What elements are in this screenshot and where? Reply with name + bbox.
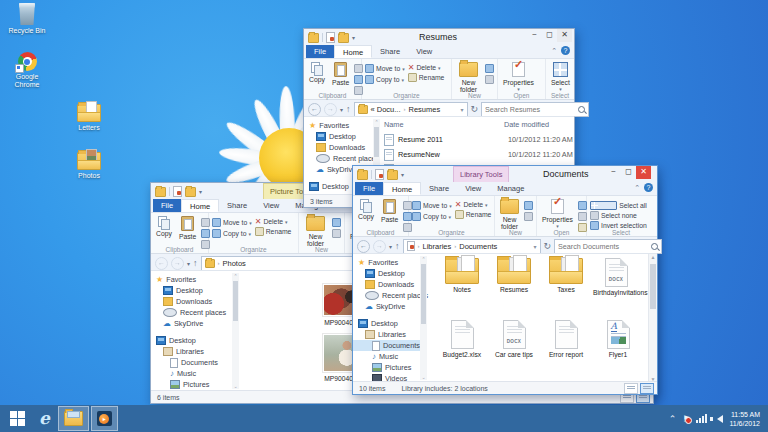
- qat-newfolder-icon[interactable]: [387, 170, 398, 180]
- delete-button[interactable]: ✕Delete▾: [455, 201, 492, 208]
- sidebar-item-desktop2[interactable]: Desktop: [151, 335, 239, 346]
- content-scrollbar[interactable]: ▲▼: [648, 254, 657, 382]
- sidebar-item-recent-places[interactable]: Recent places: [353, 290, 427, 301]
- copy-to-button[interactable]: Copy to▾: [365, 75, 405, 84]
- qat-newfolder-icon[interactable]: [338, 33, 349, 43]
- ribbon-collapse-icon[interactable]: ⌃: [551, 47, 557, 55]
- rename-button[interactable]: Rename: [455, 210, 492, 219]
- search-input[interactable]: [558, 242, 651, 251]
- breadcrumb-current[interactable]: Resumes: [409, 105, 441, 114]
- minimize-button[interactable]: −: [527, 29, 542, 42]
- breadcrumb[interactable]: « Docu... › Resumes ▾: [354, 102, 468, 117]
- qat-customize-icon[interactable]: ▾: [401, 171, 404, 178]
- easy-access-icon[interactable]: [524, 212, 533, 221]
- forward-button[interactable]: →: [373, 240, 386, 253]
- qat-properties-icon[interactable]: [375, 169, 384, 180]
- breadcrumb[interactable]: › Libraries › Documents ▾: [403, 239, 541, 254]
- open-icon[interactable]: [578, 201, 587, 210]
- breadcrumb-current[interactable]: Photos: [223, 259, 246, 268]
- sidebar-item-favorites[interactable]: ★Favorites: [151, 274, 239, 285]
- new-item-icon[interactable]: [332, 218, 341, 227]
- taskbar-internet-explorer[interactable]: e: [33, 407, 56, 430]
- tab-view[interactable]: View: [408, 45, 440, 58]
- quick-access-toolbar[interactable]: ▾: [308, 32, 355, 43]
- back-button[interactable]: ←: [357, 240, 370, 253]
- sidebar-item-downloads[interactable]: Downloads: [151, 296, 239, 307]
- qat-customize-icon[interactable]: ▾: [352, 34, 355, 41]
- recent-locations-icon[interactable]: ▾: [340, 106, 343, 113]
- tab-share[interactable]: Share: [219, 199, 255, 212]
- sidebar-item-downloads[interactable]: Downloads: [353, 279, 427, 290]
- sidebar-item-libraries[interactable]: Libraries: [353, 329, 427, 340]
- sidebar-item-pictures[interactable]: Pictures: [353, 362, 427, 373]
- sidebar-item-skydrive[interactable]: ☁SkyDrive: [353, 301, 427, 312]
- file-row[interactable]: Resume 2011 10/1/2012 11:20 AM: [384, 132, 574, 147]
- qat-properties-icon[interactable]: [326, 32, 335, 43]
- desktop-icon-google-chrome[interactable]: Google Chrome: [0, 52, 54, 89]
- easy-access-icon[interactable]: [485, 75, 494, 84]
- desktop-icon-photos[interactable]: Photos: [62, 152, 116, 180]
- sidebar-scrollbar[interactable]: ⌃⌄: [232, 273, 239, 389]
- tab-view[interactable]: View: [457, 182, 489, 195]
- thumbnail-view-button[interactable]: [640, 383, 654, 394]
- folder-item[interactable]: Resumes: [489, 258, 539, 293]
- breadcrumb-parent[interactable]: Libraries: [423, 242, 452, 251]
- sidebar-item-music[interactable]: ♪Music: [151, 368, 239, 379]
- sidebar-item-recent-places[interactable]: Recent places: [304, 153, 380, 164]
- move-to-button[interactable]: Move to▾: [365, 64, 405, 73]
- file-item[interactable]: DOCX BirthdayInvitations: [593, 258, 639, 296]
- tab-file[interactable]: File: [306, 45, 334, 58]
- breadcrumb-current[interactable]: Documents: [459, 242, 497, 251]
- sidebar-item-favorites[interactable]: ★Favorites: [353, 257, 427, 268]
- qat-properties-icon[interactable]: [173, 186, 182, 197]
- back-button[interactable]: ←: [308, 103, 321, 116]
- sidebar-item-desktop2[interactable]: Desktop: [353, 318, 427, 329]
- move-to-button[interactable]: Move to▾: [412, 201, 452, 210]
- details-view-button[interactable]: [624, 383, 638, 394]
- sidebar-item-desktop[interactable]: Desktop: [304, 131, 380, 142]
- tab-home[interactable]: Home: [334, 45, 372, 58]
- sidebar-item-favorites[interactable]: ★Favorites: [304, 120, 380, 131]
- qat-customize-icon[interactable]: ▾: [199, 188, 202, 195]
- action-center-flag-icon[interactable]: ⚑: [682, 414, 690, 424]
- search-box[interactable]: [554, 239, 662, 254]
- folder-item[interactable]: Notes: [437, 258, 487, 293]
- recent-locations-icon[interactable]: ▾: [187, 260, 190, 267]
- forward-button[interactable]: →: [324, 103, 337, 116]
- file-item[interactable]: DOCX Car care tips: [489, 320, 539, 358]
- breadcrumb-dropdown-icon[interactable]: ▾: [461, 106, 464, 113]
- resumes-titlebar[interactable]: ▾ Resumes − ◻ ✕: [304, 29, 574, 45]
- tab-file[interactable]: File: [355, 182, 383, 195]
- taskbar-clock[interactable]: 11:55 AM 11/6/2012: [729, 410, 764, 428]
- sidebar-item-music[interactable]: ♪Music: [353, 351, 427, 362]
- up-button[interactable]: ↑: [395, 241, 400, 251]
- move-to-button[interactable]: Move to▾: [212, 218, 252, 227]
- copy-to-button[interactable]: Copy to▾: [212, 229, 252, 238]
- tab-share[interactable]: Share: [372, 45, 408, 58]
- back-button[interactable]: ←: [155, 257, 168, 270]
- tab-manage[interactable]: Manage: [489, 182, 532, 195]
- library-tools-tab[interactable]: Library Tools: [453, 166, 509, 182]
- sidebar-item-recent-places[interactable]: Recent places: [151, 307, 239, 318]
- file-item[interactable]: Error report: [541, 320, 591, 358]
- sidebar-item-downloads[interactable]: Downloads: [304, 142, 380, 153]
- ribbon-collapse-icon[interactable]: ⌃: [634, 184, 640, 192]
- recent-locations-icon[interactable]: ▾: [389, 243, 392, 250]
- new-item-icon[interactable]: [485, 64, 494, 73]
- documents-titlebar[interactable]: ▾ Library Tools Documents − ◻ ✕: [353, 166, 657, 182]
- folder-item[interactable]: Taxes: [541, 258, 591, 293]
- qat-newfolder-icon[interactable]: [185, 187, 196, 197]
- refresh-icon[interactable]: ↻: [544, 241, 552, 251]
- edit-icon[interactable]: [578, 212, 587, 221]
- delete-button[interactable]: ✕Delete▾: [408, 64, 445, 71]
- help-icon[interactable]: ?: [644, 183, 653, 192]
- close-button[interactable]: ✕: [636, 166, 651, 179]
- sidebar-item-desktop[interactable]: Desktop: [353, 268, 427, 279]
- search-input[interactable]: [485, 105, 578, 114]
- maximize-button[interactable]: ◻: [621, 166, 636, 179]
- easy-access-icon[interactable]: [332, 229, 341, 238]
- maximize-button[interactable]: ◻: [542, 29, 557, 42]
- sidebar-item-skydrive[interactable]: ☁SkyDrive: [151, 318, 239, 329]
- sidebar-scrollbar[interactable]: ⌃⌄: [420, 256, 427, 380]
- copy-to-button[interactable]: Copy to▾: [412, 212, 452, 221]
